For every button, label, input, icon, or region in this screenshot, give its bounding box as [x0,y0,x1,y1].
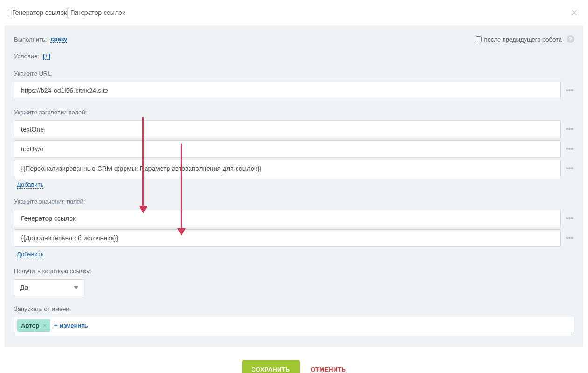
execute-value-link[interactable]: сразу [50,35,67,43]
more-icon[interactable]: ••• [565,164,574,174]
change-run-as-link[interactable]: +изменить [54,322,88,329]
execution-row: Выполнить: сразу после предыдущего робот… [14,35,574,43]
short-link-section: Получить короткую ссылку: Да [14,267,574,296]
annotation-arrow [181,144,182,235]
dialog-header: [Генератор ссылок] Генератор ссылок × [0,0,588,25]
values-add-link[interactable]: Добавить [17,251,43,258]
dialog-footer: СОХРАНИТЬ ОТМЕНИТЬ [0,347,588,373]
headers-add-link[interactable]: Добавить [17,181,43,189]
headers-label: Укажите заголовки полей: [14,109,574,116]
header-input-2[interactable] [14,160,561,177]
url-section: Укажите URL: ••• [14,70,574,99]
after-previous-input[interactable] [476,36,482,42]
more-icon[interactable]: ••• [565,144,574,154]
header-input-0[interactable] [14,120,561,138]
more-icon[interactable]: ••• [565,214,574,224]
dialog-body: Выполнить: сразу после предыдущего робот… [5,25,583,347]
save-button[interactable]: СОХРАНИТЬ [242,360,300,373]
headers-section: Укажите заголовки полей: ••• ••• ••• Доб… [14,109,574,189]
condition-label: Условие: [14,53,39,60]
run-as-tag: Автор × [17,319,50,332]
values-section: Укажите значения полей: ••• ••• Добавить [14,198,574,258]
run-as-box: Автор × +изменить [14,317,574,334]
execute-label: Выполнить: [14,36,47,43]
after-previous-label: после предыдущего робота [484,36,562,43]
cancel-button[interactable]: ОТМЕНИТЬ [311,366,346,373]
more-icon[interactable]: ••• [565,233,574,243]
value-input-0[interactable] [14,210,561,227]
help-icon[interactable]: ? [567,35,574,43]
header-input-1[interactable] [14,140,561,158]
short-link-label: Получить короткую ссылку: [14,267,574,274]
value-input-1[interactable] [14,229,561,247]
url-label: Укажите URL: [14,70,574,77]
close-icon[interactable]: × [571,7,578,19]
values-label: Укажите значения полей: [14,198,574,205]
run-as-label: Запускать от имени: [14,305,574,312]
more-icon[interactable]: ••• [565,125,574,134]
condition-row: Условие: [+] [14,52,574,60]
more-icon[interactable]: ••• [565,86,574,96]
after-previous-checkbox[interactable]: после предыдущего робота [476,36,562,43]
dialog-title: [Генератор ссылок] Генератор ссылок [10,9,125,16]
run-as-tag-label: Автор [21,322,39,329]
annotation-arrow [142,117,144,212]
condition-add-link[interactable]: [+] [43,52,50,60]
short-link-select[interactable]: Да [14,279,84,296]
remove-tag-icon[interactable]: × [43,322,47,329]
url-input[interactable] [14,82,561,99]
run-as-section: Запускать от имени: Автор × +изменить [14,305,574,334]
